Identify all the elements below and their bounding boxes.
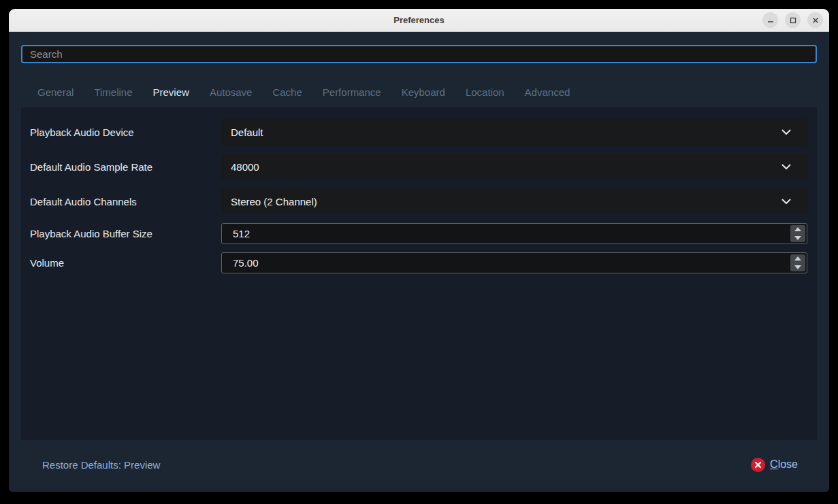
tab-general[interactable]: General [37, 86, 74, 98]
spin-up-button[interactable] [790, 225, 805, 234]
tab-timeline[interactable]: Timeline [94, 86, 132, 98]
tab-advanced[interactable]: Advanced [525, 86, 570, 98]
dropdown-selected-value: Default [231, 127, 781, 138]
search-area [9, 32, 829, 63]
field-label: Default Audio Channels [30, 196, 221, 207]
form-row-volume: Volume [30, 252, 807, 273]
form-row-default-audio-channels: Default Audio Channels Stereo (2 Channel… [30, 188, 807, 214]
field-label: Playback Audio Buffer Size [30, 228, 221, 239]
dropdown-selected-value: 48000 [231, 161, 781, 173]
tab-cache[interactable]: Cache [272, 86, 302, 98]
volume-input[interactable] [222, 253, 790, 273]
arrow-up-icon [794, 256, 801, 261]
minimize-button[interactable] [762, 12, 778, 28]
form-row-playback-audio-buffer-size: Playback Audio Buffer Size [30, 223, 807, 244]
window-body: General Timeline Preview Autosave Cache … [9, 32, 829, 492]
close-window-icon [812, 17, 819, 24]
tab-autosave[interactable]: Autosave [210, 86, 253, 98]
titlebar[interactable]: Preferences [9, 9, 829, 32]
maximize-icon [790, 17, 796, 24]
playback-audio-device-dropdown[interactable]: Default [221, 119, 807, 145]
footer-bar: Restore Defaults: Preview Close [9, 440, 829, 492]
spin-up-button[interactable] [790, 254, 805, 263]
playback-audio-buffer-size-input[interactable] [222, 224, 790, 243]
arrow-down-icon [794, 236, 801, 240]
tab-performance[interactable]: Performance [323, 86, 381, 98]
minimize-icon [767, 17, 774, 24]
window-controls [762, 9, 823, 31]
spinner-controls [790, 254, 805, 271]
field-label: Volume [30, 257, 221, 269]
default-audio-channels-dropdown[interactable]: Stereo (2 Channel) [221, 188, 807, 214]
tab-preview[interactable]: Preview [153, 86, 189, 98]
chevron-down-icon [781, 161, 791, 173]
search-input[interactable] [21, 45, 817, 63]
tab-bar: General Timeline Preview Autosave Cache … [9, 63, 829, 98]
spin-down-button[interactable] [790, 234, 805, 243]
restore-defaults-button[interactable]: Restore Defaults: Preview [42, 459, 160, 471]
field-label: Playback Audio Device [30, 127, 221, 138]
spin-down-button[interactable] [790, 263, 805, 272]
chevron-down-icon [781, 195, 791, 207]
playback-audio-buffer-size-spinbox [221, 223, 807, 244]
tab-keyboard[interactable]: Keyboard [402, 86, 445, 98]
close-button[interactable]: Close [751, 458, 798, 472]
close-button-label: Close [770, 458, 798, 471]
spinner-controls [790, 225, 805, 242]
form-row-default-audio-sample-rate: Default Audio Sample Rate 48000 [30, 154, 807, 180]
volume-spinbox [221, 252, 807, 273]
form-row-playback-audio-device: Playback Audio Device Default [30, 119, 807, 145]
dropdown-selected-value: Stereo (2 Channel) [231, 196, 781, 207]
arrow-up-icon [794, 227, 801, 231]
field-label: Default Audio Sample Rate [30, 161, 221, 173]
close-x-icon [751, 458, 765, 472]
arrow-down-icon [794, 265, 801, 269]
default-audio-sample-rate-dropdown[interactable]: 48000 [221, 154, 807, 180]
maximize-button[interactable] [785, 12, 801, 28]
settings-panel: Playback Audio Device Default Default Au… [21, 107, 817, 440]
chevron-down-icon [781, 126, 791, 138]
tab-location[interactable]: Location [466, 86, 504, 98]
window-title: Preferences [393, 15, 444, 25]
close-window-button[interactable] [807, 12, 823, 28]
preferences-window: Preferences [9, 9, 829, 492]
